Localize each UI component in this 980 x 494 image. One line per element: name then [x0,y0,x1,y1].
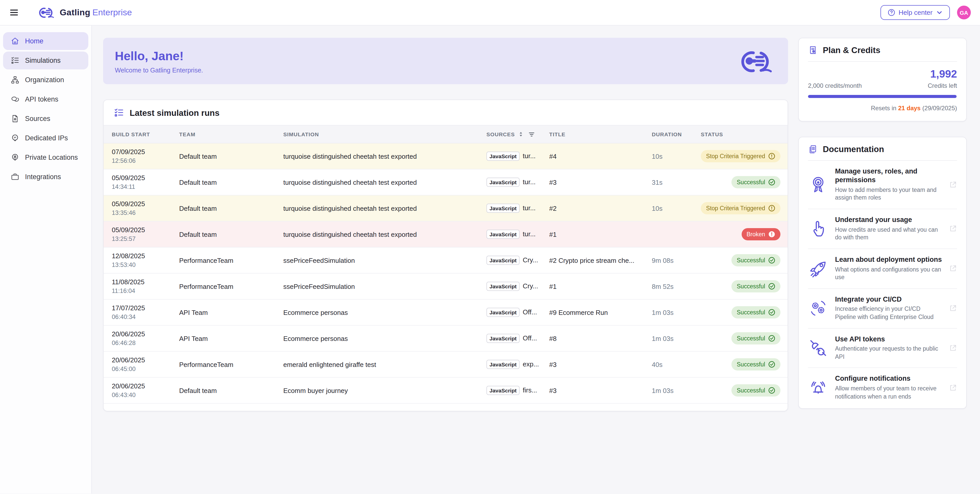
status-cell: Broken [693,221,788,247]
build-time: 13:53:40 [112,261,171,268]
duration-cell: 9m 08s [644,247,693,273]
column-header-sources[interactable]: SOURCES [478,125,541,143]
status-label: Successful [737,257,765,263]
simulations-icon [11,56,19,65]
doc-item-integrate-your-ci-cd[interactable]: Integrate your CI/CDIncrease efficiency … [808,289,957,329]
build-time: 06:45:00 [112,365,171,373]
table-row[interactable]: 20/06/202506:46:28API TeamEcommerce pers… [103,325,788,351]
doc-item-configure-notifications[interactable]: Configure notificationsAllow members of … [808,368,957,408]
team-cell: API Team [171,325,275,351]
simulation-cell: ssePriceFeedSimulation [275,273,478,299]
table-row[interactable]: 07/09/202512:56:06Default teamturquoise … [103,143,788,169]
status-cell: Stop Criteria Triggered [693,195,788,221]
brand[interactable]: Gatling Enterprise [37,6,132,19]
simulation-cell: Ecomm buyer journey [275,377,478,403]
external-link-icon [949,384,957,392]
sidebar-item-private-locations[interactable]: Private Locations [3,149,88,166]
sidebar-item-dedicated-ips[interactable]: IPDedicated IPs [3,129,88,147]
table-row[interactable]: 20/06/202506:43:40Default teamEcomm buye… [103,377,788,403]
credits-left-label: Credits left [928,82,957,89]
build-start-cell: 20/06/202506:46:28 [103,325,171,351]
duration-cell: 40s [644,351,693,377]
column-header-simulation: SIMULATION [275,125,478,143]
sidebar: HomeSimulationsOrganizationAPI tokensSou… [0,25,92,494]
filter-icon[interactable] [528,132,535,137]
page-body: HomeSimulationsOrganizationAPI tokensSou… [0,25,980,494]
sidebar-item-simulations[interactable]: Simulations [3,52,88,70]
table-row[interactable]: 12/08/202513:53:40PerformanceTeamssePric… [103,247,788,273]
list-icon [114,108,124,118]
doc-item-title: Learn about deployment options [835,256,942,264]
sidebar-item-integrations[interactable]: Integrations [3,168,88,186]
status-cell: Successful [693,247,788,273]
table-row[interactable]: 20/06/202506:45:00PerformanceTeamemerald… [103,351,788,377]
doc-item-title: Understand your usage [835,216,942,224]
table-row[interactable]: 17/07/202506:40:34API TeamEcommerce pers… [103,299,788,325]
documents-icon [808,145,818,154]
latest-runs-card: Latest simulation runs BUILD STARTTEAMSI… [103,100,788,411]
doc-item-use-api-tokens[interactable]: Use API tokensAuthenticate your requests… [808,329,957,368]
source-name: tur... [523,178,536,186]
sidebar-item-organization[interactable]: Organization [3,71,88,89]
runs-table-body: 07/09/202512:56:06Default teamturquoise … [103,143,788,403]
documentation-title: Documentation [823,145,884,154]
source-language-badge: JavaScript [487,282,520,291]
status-label: Broken [746,231,765,237]
status-badge: Broken [741,228,780,240]
doc-item-title: Integrate your CI/CD [835,295,942,304]
doc-item-manage-users-roles-and-permissions[interactable]: Manage users, roles, and permissionsHow … [808,161,957,209]
team-cell: Default team [171,143,275,169]
team-cell: Default team [171,195,275,221]
plan-quota-row: 2,000 credits/month Credits left [808,82,957,89]
documentation-header: Documentation [808,145,957,161]
title-cell: #2 [541,195,644,221]
table-row[interactable]: 05/09/202513:35:46Default teamturquoise … [103,195,788,221]
latest-runs-title: Latest simulation runs [130,108,220,118]
title-cell: #3 [541,377,644,403]
sidebar-item-api-tokens[interactable]: API tokens [3,91,88,108]
team-cell: PerformanceTeam [171,351,275,377]
check-circle-icon [768,283,775,290]
table-row[interactable]: 05/09/202513:25:57Default teamturquoise … [103,221,788,247]
doc-item-learn-about-deployment-options[interactable]: Learn about deployment optionsWhat optio… [808,249,957,289]
status-cell: Successful [693,351,788,377]
menu-icon[interactable] [9,8,19,17]
title-cell: #1 [541,221,644,247]
sidebar-item-sources[interactable]: Sources [3,110,88,127]
app-root: Gatling Enterprise Help center GA HomeSi… [0,0,980,494]
table-row[interactable]: 11/08/202511:16:04PerformanceTeamssePric… [103,273,788,299]
content: Hello, Jane! Welcome to Gatling Enterpri… [92,25,980,494]
source-name: tur... [523,152,536,160]
resets-prefix: Resets in [871,105,898,112]
source-name: firs... [523,386,537,394]
doc-item-understand-your-usage[interactable]: Understand your usageHow credits are use… [808,209,957,249]
sidebar-item-home[interactable]: Home [3,32,88,50]
status-badge: Stop Criteria Triggered [701,202,780,214]
alert-circle-icon [768,205,775,212]
status-badge: Successful [732,280,780,292]
check-circle-icon [768,387,775,394]
status-label: Stop Criteria Triggered [706,205,765,211]
build-start-cell: 12/08/202513:53:40 [103,247,171,273]
sources-cell: JavaScripttur... [478,143,541,169]
sources-cell: JavaScripttur... [478,169,541,195]
status-label: Successful [737,309,765,315]
sources-icon [11,114,19,123]
source-name: Off... [523,308,537,316]
build-start-cell: 20/06/202506:45:00 [103,351,171,377]
source-name: tur... [523,204,536,212]
status-badge: Successful [732,254,780,266]
column-header-team: TEAM [171,125,275,143]
doc-item-title: Configure notifications [835,375,942,383]
duration-cell: 31s [644,169,693,195]
avatar[interactable]: GA [957,6,971,19]
sort-icon[interactable] [518,131,523,137]
build-date: 07/09/2025 [112,148,171,156]
sources-cell: JavaScriptCry... [478,273,541,299]
svg-text:IP: IP [14,136,16,139]
table-row[interactable]: 05/09/202514:34:11Default teamturquoise … [103,169,788,195]
credits-left-value: 1,992 [808,68,957,80]
sources-cell: JavaScriptOff... [478,325,541,351]
help-center-button[interactable]: Help center [880,5,950,20]
status-badge: Successful [732,384,780,397]
